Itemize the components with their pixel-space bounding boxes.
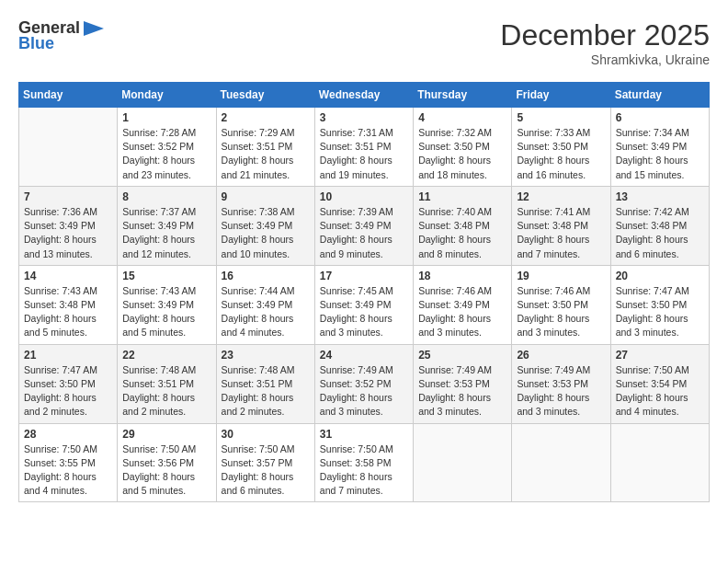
- header-wednesday: Wednesday: [314, 83, 413, 108]
- calendar-cell: 12Sunrise: 7:41 AM Sunset: 3:48 PM Dayli…: [512, 186, 610, 265]
- day-number: 11: [418, 190, 506, 203]
- calendar-cell: 1Sunrise: 7:28 AM Sunset: 3:52 PM Daylig…: [118, 108, 216, 187]
- calendar-cell: [512, 423, 610, 502]
- title-block: December 2025 Shramkivka, Ukraine: [500, 18, 710, 67]
- day-detail: Sunrise: 7:49 AM Sunset: 3:52 PM Dayligh…: [320, 363, 408, 419]
- calendar-cell: [19, 108, 118, 187]
- day-detail: Sunrise: 7:50 AM Sunset: 3:58 PM Dayligh…: [320, 442, 408, 499]
- day-detail: Sunrise: 7:45 AM Sunset: 3:49 PM Dayligh…: [320, 284, 408, 340]
- calendar-cell: 7Sunrise: 7:36 AM Sunset: 3:49 PM Daylig…: [19, 186, 118, 265]
- day-number: 10: [320, 190, 408, 203]
- svg-marker-0: [84, 21, 104, 36]
- day-detail: Sunrise: 7:31 AM Sunset: 3:51 PM Dayligh…: [320, 126, 408, 182]
- day-number: 12: [517, 190, 605, 203]
- day-number: 2: [222, 111, 310, 124]
- day-number: 19: [517, 270, 605, 282]
- day-detail: Sunrise: 7:46 AM Sunset: 3:49 PM Dayligh…: [418, 284, 506, 340]
- calendar-cell: [414, 423, 512, 502]
- calendar-cell: 14Sunrise: 7:43 AM Sunset: 3:48 PM Dayli…: [19, 265, 118, 344]
- calendar-cell: 28Sunrise: 7:50 AM Sunset: 3:55 PM Dayli…: [19, 423, 118, 502]
- calendar-cell: 25Sunrise: 7:49 AM Sunset: 3:53 PM Dayli…: [414, 344, 512, 423]
- day-number: 30: [222, 428, 310, 441]
- calendar-cell: 18Sunrise: 7:46 AM Sunset: 3:49 PM Dayli…: [414, 265, 512, 344]
- day-detail: Sunrise: 7:44 AM Sunset: 3:49 PM Dayligh…: [222, 284, 310, 340]
- calendar-cell: 15Sunrise: 7:43 AM Sunset: 3:49 PM Dayli…: [118, 265, 216, 344]
- location-subtitle: Shramkivka, Ukraine: [500, 52, 710, 67]
- calendar-cell: 23Sunrise: 7:48 AM Sunset: 3:51 PM Dayli…: [216, 344, 314, 423]
- calendar-cell: 29Sunrise: 7:50 AM Sunset: 3:56 PM Dayli…: [118, 423, 216, 502]
- page-header: General Blue December 2025 Shramkivka, U…: [18, 18, 710, 67]
- calendar-week-row: 1Sunrise: 7:28 AM Sunset: 3:52 PM Daylig…: [19, 108, 710, 187]
- day-detail: Sunrise: 7:33 AM Sunset: 3:50 PM Dayligh…: [517, 126, 605, 182]
- day-detail: Sunrise: 7:36 AM Sunset: 3:49 PM Dayligh…: [24, 205, 112, 261]
- day-number: 1: [122, 111, 210, 124]
- day-number: 17: [320, 270, 408, 282]
- calendar-cell: 9Sunrise: 7:38 AM Sunset: 3:49 PM Daylig…: [216, 186, 314, 265]
- calendar-cell: 4Sunrise: 7:32 AM Sunset: 3:50 PM Daylig…: [414, 108, 512, 187]
- day-number: 6: [616, 111, 704, 124]
- day-number: 23: [222, 349, 310, 362]
- calendar-cell: 19Sunrise: 7:46 AM Sunset: 3:50 PM Dayli…: [512, 265, 610, 344]
- day-number: 5: [517, 111, 605, 124]
- day-detail: Sunrise: 7:50 AM Sunset: 3:57 PM Dayligh…: [222, 442, 310, 499]
- calendar-week-row: 28Sunrise: 7:50 AM Sunset: 3:55 PM Dayli…: [19, 423, 710, 502]
- calendar-header-row: SundayMondayTuesdayWednesdayThursdayFrid…: [19, 83, 710, 108]
- calendar-cell: 6Sunrise: 7:34 AM Sunset: 3:49 PM Daylig…: [610, 108, 709, 187]
- calendar-cell: 11Sunrise: 7:40 AM Sunset: 3:48 PM Dayli…: [414, 186, 512, 265]
- logo-flag-icon: [84, 21, 104, 36]
- day-detail: Sunrise: 7:29 AM Sunset: 3:51 PM Dayligh…: [222, 126, 310, 182]
- header-friday: Friday: [512, 83, 610, 108]
- month-title: December 2025: [500, 18, 710, 52]
- day-number: 16: [222, 270, 310, 282]
- calendar-cell: 5Sunrise: 7:33 AM Sunset: 3:50 PM Daylig…: [512, 108, 610, 187]
- day-detail: Sunrise: 7:48 AM Sunset: 3:51 PM Dayligh…: [122, 363, 210, 419]
- day-number: 22: [122, 349, 210, 362]
- day-number: 7: [24, 190, 112, 203]
- header-tuesday: Tuesday: [216, 83, 314, 108]
- calendar-cell: 8Sunrise: 7:37 AM Sunset: 3:49 PM Daylig…: [118, 186, 216, 265]
- day-detail: Sunrise: 7:50 AM Sunset: 3:56 PM Dayligh…: [122, 442, 210, 499]
- calendar-cell: 27Sunrise: 7:50 AM Sunset: 3:54 PM Dayli…: [610, 344, 709, 423]
- calendar-week-row: 7Sunrise: 7:36 AM Sunset: 3:49 PM Daylig…: [19, 186, 710, 265]
- day-number: 3: [320, 111, 408, 124]
- day-number: 28: [24, 428, 112, 441]
- day-detail: Sunrise: 7:28 AM Sunset: 3:52 PM Dayligh…: [122, 126, 210, 182]
- day-number: 13: [616, 190, 704, 203]
- calendar-cell: 2Sunrise: 7:29 AM Sunset: 3:51 PM Daylig…: [216, 108, 314, 187]
- day-detail: Sunrise: 7:48 AM Sunset: 3:51 PM Dayligh…: [222, 363, 310, 419]
- day-number: 8: [122, 190, 210, 203]
- day-detail: Sunrise: 7:43 AM Sunset: 3:48 PM Dayligh…: [24, 284, 112, 340]
- day-number: 21: [24, 349, 112, 362]
- day-number: 24: [320, 349, 408, 362]
- calendar-cell: 17Sunrise: 7:45 AM Sunset: 3:49 PM Dayli…: [314, 265, 413, 344]
- calendar-cell: 10Sunrise: 7:39 AM Sunset: 3:49 PM Dayli…: [314, 186, 413, 265]
- calendar-cell: 20Sunrise: 7:47 AM Sunset: 3:50 PM Dayli…: [610, 265, 709, 344]
- calendar-cell: 26Sunrise: 7:49 AM Sunset: 3:53 PM Dayli…: [512, 344, 610, 423]
- calendar-cell: [610, 423, 709, 502]
- day-detail: Sunrise: 7:38 AM Sunset: 3:49 PM Dayligh…: [222, 205, 310, 261]
- day-number: 20: [616, 270, 704, 282]
- day-detail: Sunrise: 7:43 AM Sunset: 3:49 PM Dayligh…: [122, 284, 210, 340]
- logo: General Blue: [18, 18, 104, 53]
- header-saturday: Saturday: [610, 83, 709, 108]
- day-detail: Sunrise: 7:47 AM Sunset: 3:50 PM Dayligh…: [616, 284, 704, 340]
- day-detail: Sunrise: 7:49 AM Sunset: 3:53 PM Dayligh…: [517, 363, 605, 419]
- day-detail: Sunrise: 7:41 AM Sunset: 3:48 PM Dayligh…: [517, 205, 605, 261]
- day-number: 25: [418, 349, 506, 362]
- calendar-cell: 16Sunrise: 7:44 AM Sunset: 3:49 PM Dayli…: [216, 265, 314, 344]
- calendar-cell: 24Sunrise: 7:49 AM Sunset: 3:52 PM Dayli…: [314, 344, 413, 423]
- calendar-cell: 22Sunrise: 7:48 AM Sunset: 3:51 PM Dayli…: [118, 344, 216, 423]
- day-detail: Sunrise: 7:40 AM Sunset: 3:48 PM Dayligh…: [418, 205, 506, 261]
- day-detail: Sunrise: 7:32 AM Sunset: 3:50 PM Dayligh…: [418, 126, 506, 182]
- day-number: 27: [616, 349, 704, 362]
- day-detail: Sunrise: 7:42 AM Sunset: 3:48 PM Dayligh…: [616, 205, 704, 261]
- calendar-cell: 13Sunrise: 7:42 AM Sunset: 3:48 PM Dayli…: [610, 186, 709, 265]
- day-detail: Sunrise: 7:46 AM Sunset: 3:50 PM Dayligh…: [517, 284, 605, 340]
- calendar-week-row: 14Sunrise: 7:43 AM Sunset: 3:48 PM Dayli…: [19, 265, 710, 344]
- calendar-cell: 30Sunrise: 7:50 AM Sunset: 3:57 PM Dayli…: [216, 423, 314, 502]
- day-number: 14: [24, 270, 112, 282]
- day-detail: Sunrise: 7:49 AM Sunset: 3:53 PM Dayligh…: [418, 363, 506, 419]
- logo-blue-text: Blue: [18, 34, 54, 53]
- day-number: 29: [122, 428, 210, 441]
- calendar-week-row: 21Sunrise: 7:47 AM Sunset: 3:50 PM Dayli…: [19, 344, 710, 423]
